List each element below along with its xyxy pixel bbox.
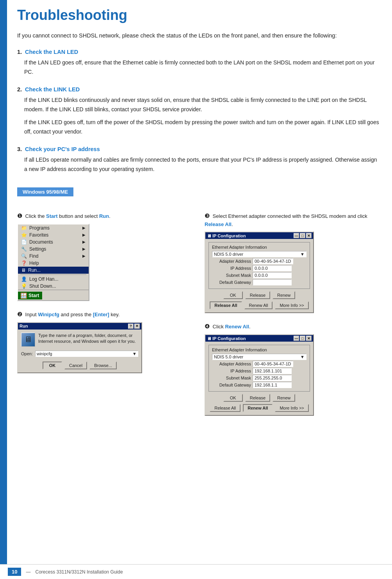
left-col: ❶ Click the Start button and select Run.… <box>17 211 193 425</box>
run-input-field[interactable]: winipcfg ▼ <box>35 351 138 357</box>
section-1-body: If the LAN LED goes off, ensure that the… <box>24 58 380 77</box>
ip-before-subnet-label: Subnet Mask <box>212 273 251 278</box>
ip-before-btn-row1: OK Release Renew <box>208 291 310 299</box>
ip-after-adapter-label: Adapter Address <box>212 362 251 366</box>
ip-before-min-btn[interactable]: — <box>294 233 299 238</box>
ip-after-renew-btn[interactable]: Renew <box>273 394 295 402</box>
ip-config-after-body: Ethernet Adapter Information NDIS 5.0 dr… <box>205 342 313 415</box>
run-help-btn[interactable]: ? <box>128 324 134 329</box>
run-dropdown-arrow[interactable]: ▼ <box>132 351 137 356</box>
ip-before-gateway-value <box>253 279 292 285</box>
ip-config-after-title: 🖥 IP Configuration <box>207 336 246 341</box>
footer: 10 — Corecess 3311N/3312N Installation G… <box>0 564 392 579</box>
ip-after-more-info-btn[interactable]: More Info >> <box>275 404 308 412</box>
run-btn-row: OK Cancel Browse... <box>21 362 138 369</box>
arrow-icon: ▶ <box>82 240 86 244</box>
step-2: ❷ Input Winipcfg and press the [Enter] k… <box>17 310 193 373</box>
ip-before-field-adapter: Adapter Address 00-40-95-34-47-1D <box>212 258 306 264</box>
step-3-text: ❸ Select Ethernet adapter connected with… <box>205 211 380 229</box>
ip-before-adapter-dropdown-row: NDIS 5.0 driver ▼ <box>212 251 306 257</box>
ip-after-adapter-dropdown[interactable]: NDIS 5.0 driver ▼ <box>212 354 306 360</box>
ip-after-btn-row1: OK Release Renew <box>208 394 310 402</box>
menu-item-find: 🔍 Find ▶ <box>18 253 89 260</box>
ip-config-before-title: 🖥 IP Configuration <box>207 233 246 238</box>
run-browse-button[interactable]: Browse... <box>89 362 117 369</box>
logoff-icon: 👤 <box>21 276 27 282</box>
ip-after-renew-all-btn[interactable]: Renew All <box>243 404 273 412</box>
ip-before-adapter-dropdown[interactable]: NDIS 5.0 driver ▼ <box>212 251 306 257</box>
run-content: 🖥 Type the name of a program, folder, do… <box>21 333 138 347</box>
step-2-bullet: ❷ <box>17 311 22 317</box>
menu-item-documents: 📄 Documents ▶ <box>18 239 89 246</box>
step-3-release-all: Release All <box>205 221 232 227</box>
ip-after-ip-label: IP Address <box>212 369 251 373</box>
menu-divider <box>20 274 86 275</box>
ip-after-group: Ethernet Adapter Information NDIS 5.0 dr… <box>208 345 310 392</box>
ip-before-group: Ethernet Adapter Information NDIS 5.0 dr… <box>208 242 310 289</box>
dropdown-arrow-icon: ▼ <box>300 355 305 359</box>
ip-after-max-btn[interactable]: □ <box>300 336 305 341</box>
ip-before-ip-label: IP Address <box>212 266 251 271</box>
section-2-para-1: If the LINK LED blinks continuously and … <box>24 96 380 114</box>
run-close-btn[interactable]: ✕ <box>134 324 140 329</box>
ip-after-release-all-btn[interactable]: Release All <box>210 404 241 412</box>
run-ok-button[interactable]: OK <box>43 362 62 369</box>
section-1: 1. Check the LAN LED If the LAN LED goes… <box>17 49 380 77</box>
favorites-icon: ⭐ <box>21 232 27 238</box>
step-4-bullet: ❹ <box>205 323 210 330</box>
ip-after-btns: — □ ✕ <box>294 336 312 341</box>
run-icon: 🖥 <box>21 267 26 273</box>
run-cancel-button[interactable]: Cancel <box>64 362 87 369</box>
menu-item-shutdown: 💡 Shut Down... <box>18 283 89 290</box>
ip-before-max-btn[interactable]: □ <box>300 233 305 238</box>
section-3-para-1: If all LEDs operate normally and cables … <box>24 155 380 174</box>
section-3-heading: Check your PC's IP address <box>25 146 100 152</box>
ip-after-release-btn[interactable]: Release <box>245 394 270 402</box>
ip-config-before-body: Ethernet Adapter Information NDIS 5.0 dr… <box>205 239 313 312</box>
ip-before-release-btn[interactable]: Release <box>245 291 270 299</box>
ip-config-after-titlebar: 🖥 IP Configuration — □ ✕ <box>205 335 313 342</box>
ip-before-release-all-btn[interactable]: Release All <box>210 301 242 309</box>
step-3-bullet: ❸ <box>205 212 210 219</box>
run-dialog-icon: 🖥 <box>21 333 35 347</box>
step-2-enter: [Enter] <box>93 312 109 317</box>
page-title: Troubleshooting <box>17 7 380 23</box>
ip-after-adapter-dropdown-row: NDIS 5.0 driver ▼ <box>212 354 306 360</box>
ip-before-field-ip: IP Address 0.0.0.0 <box>212 265 306 271</box>
ip-after-btn-row2: Release All Renew All More Info >> <box>208 404 310 412</box>
step-4-text: ❹ Click Renew All. <box>205 322 380 331</box>
help-icon: ❓ <box>21 260 27 266</box>
ip-after-field-ip: IP Address 192.168.1.101 <box>212 368 306 374</box>
ip-before-renew-all-btn[interactable]: Renew All <box>244 301 273 309</box>
footer-text: Corecess 3311N/3312N Installation Guide <box>35 569 123 575</box>
footer-dash: — <box>26 569 30 575</box>
ip-before-renew-btn[interactable]: Renew <box>273 291 295 299</box>
ip-after-min-btn[interactable]: — <box>294 336 299 341</box>
ip-before-ok-btn[interactable]: OK <box>223 291 243 299</box>
ip-after-subnet-label: Subnet Mask <box>212 376 251 380</box>
ip-after-close-btn[interactable]: ✕ <box>306 336 312 341</box>
menu-item-logoff: 👤 Log Off Han... <box>18 276 89 283</box>
step-1: ❶ Click the Start button and select Run.… <box>17 211 193 301</box>
ip-before-gateway-label: Default Gateway <box>212 280 251 285</box>
ip-before-close-btn[interactable]: ✕ <box>306 233 312 238</box>
start-button[interactable]: 🪟 Start <box>18 292 42 299</box>
ip-after-field-subnet: Subnet Mask 255.255.255.0 <box>212 375 306 381</box>
run-dialog-title: Run <box>20 324 28 328</box>
section-1-para-1: If the LAN LED goes off, ensure that the… <box>24 58 380 77</box>
menu-item-run[interactable]: 🖥 Run... <box>18 267 89 274</box>
page-container: Troubleshooting If you cannot connect to… <box>0 0 392 579</box>
dropdown-arrow-icon: ▼ <box>300 252 305 257</box>
run-description: Type the name of a program, folder, docu… <box>38 333 138 345</box>
section-2-para-2: If the LINK LED goes off, turn off the p… <box>24 118 380 137</box>
ip-before-more-info-btn[interactable]: More Info >> <box>275 301 308 309</box>
step-4: ❹ Click Renew All. 🖥 IP Configuration — … <box>205 322 380 416</box>
programs-icon: 📁 <box>21 225 27 231</box>
ip-after-field-adapter: Adapter Address 00-40-95-34-47-1D <box>212 361 306 367</box>
run-titlebar-btns: ? ✕ <box>128 324 140 329</box>
ip-after-adapter-value: 00-40-95-34-47-1D <box>253 361 293 367</box>
start-bar-container: 🪟 Start <box>18 290 89 300</box>
section-2: 2. Check the LINK LED If the LINK LED bl… <box>17 86 380 137</box>
ip-after-ok-btn[interactable]: OK <box>223 394 243 402</box>
ip-config-before: 🖥 IP Configuration — □ ✕ Ethernet Adapte… <box>205 232 314 313</box>
